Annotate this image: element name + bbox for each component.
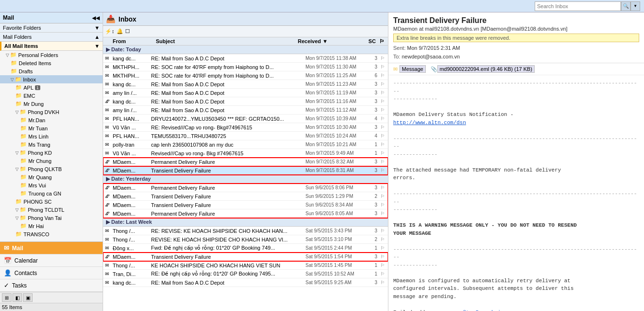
nav-tasks[interactable]: ✓ Tasks <box>0 279 103 292</box>
toolbar-btn-1[interactable]: ⊞ <box>2 293 12 302</box>
toolbar-btn-2[interactable]: ◧ <box>12 293 22 302</box>
email-row-y4[interactable]: 🖇 MDaem... Permanent Delivery Failure Su… <box>103 209 388 218</box>
nav-mail[interactable]: ✉ Mail <box>0 242 103 254</box>
folder-phong-sc[interactable]: 📁 PHONG SC <box>0 197 103 206</box>
attachment-icon: 📎 <box>431 66 437 72</box>
email-received: Sun 9/6/2015 1:29 PM <box>305 194 373 199</box>
email-received: Sat 9/5/2015 3:43 PM <box>305 228 373 233</box>
folder-personal[interactable]: ▽ 📁 Personal Folders <box>0 51 103 59</box>
folder-icon: 📁 <box>11 60 17 66</box>
email-subject: Transient Delivery Failure <box>151 194 305 199</box>
email-row[interactable]: ✉ PFL HAN... DRYU2140072...YMLU3503450 *… <box>103 115 388 123</box>
email-row-y3[interactable]: 🖇 MDaem... Transient Delivery Failure Su… <box>103 201 388 209</box>
folder-transco[interactable]: 📁 TRANSCO <box>0 230 103 238</box>
nav-calendar[interactable]: 📅 Calendar <box>0 254 103 267</box>
email-icon: ✉ <box>105 228 113 233</box>
collapse-icon[interactable]: ◀◀ <box>92 15 100 21</box>
received-col-header[interactable]: Received ▼ <box>298 38 365 44</box>
email-row-y2[interactable]: 🖇 MDaem... Transient Delivery Failure Su… <box>103 192 388 201</box>
folder-mr-tuan[interactable]: 📁 Mr Tuan <box>0 124 103 132</box>
all-mail-items-section[interactable]: All Mail Items ▼ <box>0 42 103 51</box>
email-row[interactable]: ✉ kang dc... RE: Mail from Sao A D.C Dep… <box>103 80 388 89</box>
folder-emc[interactable]: 📁 EMC <box>0 92 103 100</box>
folder-truong-ca-gn[interactable]: 📁 Truong ca GN <box>0 189 103 197</box>
email-subject: TEMU5583170...TRHU3480725 <box>151 133 305 139</box>
email-row[interactable]: ✉ MKTHPH... RE: SOC rate for 40'RF empty… <box>103 63 388 71</box>
folder-mr-chung[interactable]: 📁 Mr Chung <box>0 157 103 165</box>
email-from: kang dc... <box>113 56 151 61</box>
email-sc: 3 <box>373 125 379 130</box>
app-title: Mail <box>3 14 14 21</box>
folder-mr-dung[interactable]: 📁 Mr Dung <box>0 100 103 108</box>
email-icon: ✉ <box>105 263 113 268</box>
folder-mrs-linh[interactable]: 📁 Mrs Linh <box>0 132 103 140</box>
sc-col-header[interactable]: SC <box>365 38 379 44</box>
attachment-tab[interactable]: md90000222094.eml (9.46 KB) (17 KB) <box>437 65 535 73</box>
email-received: Mon 9/7/2015 9:49 AM <box>305 150 373 156</box>
email-row[interactable]: ✉ polly-tran cap lenh 236500107908 an my… <box>103 140 388 149</box>
email-sc: 6 <box>373 73 379 78</box>
toolbar-btn-3[interactable]: ▣ <box>23 293 33 302</box>
email-row[interactable]: ✉ kang dc... RE: Mail from Sao A D.C Dep… <box>103 54 388 63</box>
email-flag: 🏳 <box>379 64 386 69</box>
expand-icon: ▽ <box>15 150 19 155</box>
folder-apl[interactable]: 📁 APL 1 <box>0 83 103 92</box>
email-row[interactable]: ✉ Vũ Văn ... RE: Revised///Cap vo rong- … <box>103 123 388 132</box>
favorite-folders-section[interactable]: Favorite Folders ▼ <box>0 23 103 33</box>
nav-contacts[interactable]: 👤 Contacts <box>0 267 103 279</box>
dsn-link[interactable]: http://www.altn.com/dsn <box>393 120 466 126</box>
email-row[interactable]: ✉ amy lin /... RE: Mail from Sao A D.C D… <box>103 89 388 97</box>
expand-icon: ▽ <box>6 53 9 58</box>
mail-folders-section[interactable]: Mail Folders ▲ <box>0 33 103 42</box>
email-row-lw3[interactable]: ✉ Đông x... Fwd: Đề nghị cấp vỏ rỗng: 01… <box>103 244 388 253</box>
email-row-lw-highlighted[interactable]: 🖇 MDaem... Transient Delivery Failure Sa… <box>103 253 388 261</box>
email-row-lw5[interactable]: ✉ Thong /... KE HOACH SHIPSIDE CHO KHACH… <box>103 261 388 270</box>
email-flag: 🏳 <box>379 263 386 268</box>
email-row-lw7[interactable]: ✉ kang dc... RE: Mail from Sao A D.C Dep… <box>103 278 388 287</box>
folder-mr-dan[interactable]: 📁 Mr.Dan <box>0 116 103 124</box>
email-row-lw1[interactable]: ✉ Thong /... RE: REVISE: KE HOACH SHIPSI… <box>103 227 388 235</box>
email-row-selected-highlighted[interactable]: 🖇 MDaem... Transient Delivery Failure Mo… <box>103 166 388 175</box>
email-from: MKTHPH... <box>113 64 151 70</box>
folder-phong-tcldtl[interactable]: ▽ 📁 Phong TCLDTL <box>0 206 103 214</box>
folder-phong-van-tai[interactable]: ▽ 📁 Phong Van Tai <box>0 214 103 222</box>
folder-phong-dvkh[interactable]: ▽ 📁 Phong DVKH <box>0 108 103 116</box>
folder-icon: 📁 <box>20 133 27 139</box>
subject-col-header[interactable]: Subject <box>156 38 298 44</box>
separator-3: ----------------------------------------… <box>393 135 639 150</box>
message-tab[interactable]: Message <box>399 65 426 73</box>
search-options-button[interactable]: ▼ <box>631 1 640 11</box>
folder-mrs-vui[interactable]: 📁 Mrs Vui <box>0 181 103 189</box>
body-line-1: MDaemon Delivery Status Notification - <box>393 111 639 119</box>
email-row-highlighted-1[interactable]: 🖇 MDaem... Permanent Delivery Failure Mo… <box>103 158 388 166</box>
email-received: Sat 9/5/2015 10:52 AM <box>305 271 373 276</box>
body-link[interactable]: http://www.altn.com/dsn <box>393 119 639 127</box>
email-row[interactable]: 🖇 kang dc... RE: Mail from Sao A D.C Dep… <box>103 97 388 106</box>
email-row-lw2[interactable]: ✉ Thong /... REVISE: KE HOACH SHIPSIDE C… <box>103 235 388 244</box>
email-row-y1[interactable]: 🖇 MDaem... Permanent Delivery Failure Su… <box>103 184 388 192</box>
folder-label: Inbox <box>23 77 36 82</box>
folder-inbox[interactable]: ▽ 📁 Inbox <box>0 75 103 83</box>
folder-phong-kd[interactable]: ▽ 📁 Phong KD <box>0 149 103 157</box>
folder-ms-trang[interactable]: 📁 Ms Trang <box>0 140 103 149</box>
from-col-header[interactable]: From <box>113 38 156 44</box>
email-subject: RE: REVISE: KE HOACH SHIPSIDE CHO KHACH … <box>151 228 305 234</box>
folder-label: EMC <box>23 93 35 99</box>
email-row[interactable]: ✉ PFL HAN... TEMU5583170...TRHU3480725 M… <box>103 132 388 140</box>
email-row[interactable]: ✉ amy lin /... RE: Mail from Sao A D.C D… <box>103 106 388 115</box>
folder-phong-qlktb[interactable]: ▽ 📁 Phong QLKTB <box>0 165 103 173</box>
sidebar-header: Mail ◀◀ <box>0 12 103 23</box>
folder-drafts[interactable]: 📁 Drafts <box>0 67 103 75</box>
folder-mr-hai[interactable]: 📁 Mr Hai <box>0 222 103 230</box>
email-row[interactable]: ✉ MKTHPH... RE: SOC rate for 40'RF empty… <box>103 71 388 80</box>
email-row[interactable]: ✉ Vũ Văn ... Revised///Cap vo rong- Bkg … <box>103 149 388 158</box>
folder-mr-quang[interactable]: 📁 Mr Quang <box>0 173 103 181</box>
inbox-folder-icon: 📥 <box>106 14 116 23</box>
email-scroll-area[interactable]: ▶ Date: Today ✉ kang dc... RE: Mail from… <box>103 46 388 311</box>
email-row-lw6[interactable]: ✉ Tran, Di... RE: Đề nghị cấp vỏ rỗng: 0… <box>103 270 388 278</box>
sent-row: Sent: Mon 9/7/2015 2:31 AM <box>393 44 639 53</box>
search-button[interactable]: 🔍 <box>621 1 631 11</box>
folder-deleted[interactable]: 📁 Deleted Items <box>0 59 103 67</box>
calendar-icon: 📅 <box>4 257 12 264</box>
search-input[interactable] <box>535 1 621 11</box>
